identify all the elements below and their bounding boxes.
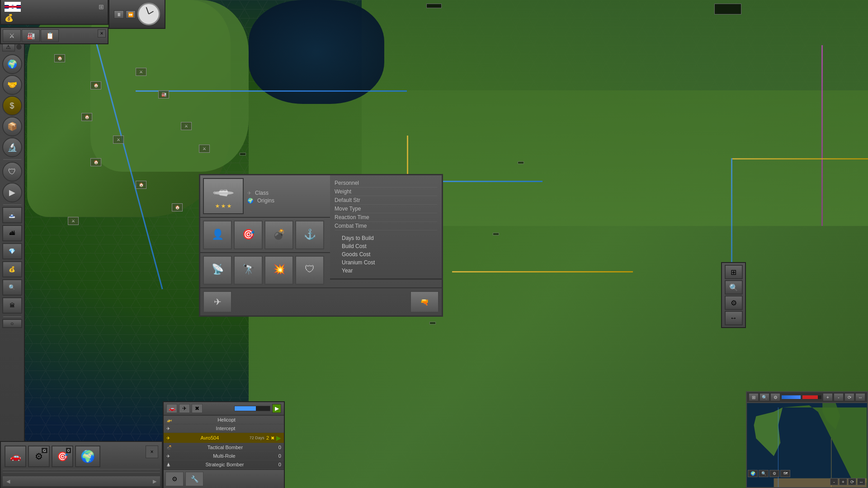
minimap-btn-7[interactable]: ↔ — [855, 393, 865, 401]
zoom-fit[interactable]: ↔ — [857, 478, 865, 485]
prod-tank-icon[interactable]: 🚗 — [5, 446, 26, 467]
minimap[interactable]: - + ⟳ ↔ 🌍 🔍 ⚙ 🗺 — [746, 402, 868, 488]
prod-list-avro504[interactable]: ✈ Avro504 72 Days 2 ✖ ▶ — [164, 433, 284, 443]
prod-list-tactical[interactable]: 💣 Tactical Bomber 0 — [164, 443, 284, 452]
ability-extra-2[interactable]: 🔫 — [410, 291, 439, 313]
year-label: Year — [342, 267, 353, 274]
ability-personnel[interactable]: 👤 — [203, 221, 232, 249]
diplomacy-button[interactable]: 🤝 — [2, 75, 22, 95]
army-btn-3[interactable]: ⚙ — [725, 296, 743, 310]
close-icon[interactable]: × — [98, 29, 106, 38]
resource-button[interactable]: 💎 — [2, 243, 22, 259]
footer-icon-1[interactable]: ⚙ — [165, 472, 184, 486]
zoom-minus[interactable]: - — [830, 478, 838, 485]
interceptor-name: Intercept — [216, 426, 236, 431]
stat-uranium-cost: Uranium Cost — [335, 258, 437, 267]
minimap-red-bar — [802, 395, 822, 399]
ability-armor[interactable]: 🛡 — [295, 256, 324, 285]
prod-close-button[interactable]: × — [146, 446, 158, 458]
research-button[interactable]: 🔬 — [2, 137, 22, 157]
terrain-button[interactable]: 🗻 — [2, 207, 22, 223]
prod-cross-small[interactable]: ✖ — [192, 404, 203, 413]
ability-bomb[interactable]: 💣 — [264, 221, 293, 249]
move-type-label: Move Type — [335, 206, 361, 212]
minimap-btn-2[interactable]: 🔍 — [760, 393, 769, 401]
prod-list-multirole[interactable]: ✈ Multi-Role 0 — [164, 452, 284, 460]
ability-vision[interactable]: 🔭 — [234, 256, 263, 285]
ability-extra-1[interactable]: ✈ — [203, 291, 232, 313]
minimap-icon-3[interactable]: ⚙ — [769, 470, 779, 477]
fast-forward-button[interactable]: ⏩ — [126, 10, 136, 19]
city-label-birmingham — [240, 153, 246, 155]
strike-icon: 💥 — [273, 263, 285, 275]
nation-flag — [5, 2, 21, 12]
minimap-blue-bar — [781, 395, 801, 399]
units-icon[interactable]: ⚔ — [3, 29, 21, 42]
map-unit[interactable]: 🏠 — [90, 81, 101, 89]
nation-settings[interactable]: ⊞ — [99, 3, 104, 10]
minimap-btn-3[interactable]: ⚙ — [770, 393, 780, 401]
map-unit[interactable]: 🏠 — [90, 158, 101, 166]
economy-button[interactable]: $ — [2, 96, 22, 116]
intel-button[interactable]: 🔍 — [2, 279, 22, 296]
stat-combat-time: Combat Time — [335, 222, 437, 230]
show-all-button[interactable]: ◀ ▶ — [3, 476, 160, 486]
minimap-controls: ⊞ 🔍 ⚙ + - ⟳ ↔ — [746, 391, 868, 402]
prod-play-button[interactable]: ▶ — [272, 404, 281, 413]
minimap-icon-2[interactable]: 🔍 — [759, 470, 769, 477]
ability-range[interactable]: 📡 — [203, 256, 232, 285]
collapse-button[interactable]: ○ — [2, 319, 22, 328]
prod-tank-small[interactable]: 🚗 — [166, 404, 177, 413]
production-button[interactable]: 📦 — [2, 117, 22, 136]
map-unit[interactable]: ⚔ — [181, 122, 192, 130]
goods-cost-label: Goods Cost — [342, 251, 370, 258]
prod-plane-small[interactable]: ✈ — [179, 404, 190, 413]
ability-attack[interactable]: 🎯 — [234, 221, 263, 249]
prod-icon-2[interactable]: G ⚙ — [28, 446, 50, 467]
map-unit[interactable]: 🏠 — [81, 113, 92, 121]
map-unit[interactable]: ⚔ — [136, 68, 146, 76]
army-btn-2[interactable]: 🔍 — [725, 280, 743, 295]
map-unit[interactable]: 🏭 — [158, 90, 169, 99]
map-unit[interactable]: ⚔ — [68, 217, 79, 225]
orders-icon[interactable]: 📋 — [41, 29, 59, 42]
sidebar-divider — [3, 159, 21, 160]
multirole-name: Multi-Role — [213, 453, 236, 459]
pause-button[interactable]: ⏸ — [114, 10, 124, 19]
politics-button[interactable]: 🏛 — [2, 297, 22, 314]
zoom-plus[interactable]: + — [839, 478, 847, 485]
map-unit[interactable]: 🏠 — [54, 54, 65, 62]
industry-icon[interactable]: 🏭 — [22, 29, 40, 42]
minimap-btn-1[interactable]: ⊞ — [749, 393, 759, 401]
play-button[interactable]: ▶ — [2, 183, 22, 202]
minimap-btn-6[interactable]: ⟳ — [844, 393, 854, 401]
prod-list-helicopter[interactable]: 🚁 Helicopt — [164, 416, 284, 424]
minimap-btn-5[interactable]: - — [834, 393, 844, 401]
city-button[interactable]: 🏙 — [2, 225, 22, 241]
minimap-icon-4[interactable]: 🗺 — [780, 470, 790, 477]
prod-globe-icon[interactable]: 🌍 — [75, 446, 100, 467]
map-unit[interactable]: ⚔ — [113, 136, 124, 144]
left-sidebar: ⚠ 🌍 🤝 $ 📦 🔬 🛡 ▶ 🗻 🏙 💎 💰 🔍 🏛 ○ — [0, 41, 25, 488]
minimap-icon-1[interactable]: 🌍 — [748, 470, 758, 477]
army-btn-4[interactable]: ↔ — [725, 311, 743, 325]
zoom-reset[interactable]: ⟳ — [848, 478, 856, 485]
money-panel: 💰 — [5, 14, 104, 22]
bottom-left-panel: 🚗 G ⚙ 0 🎯 🌍 × ◀ ▶ — [0, 441, 163, 488]
prod-list-interceptor[interactable]: ✈ Intercept — [164, 424, 284, 433]
minimap-btn-4[interactable]: + — [823, 393, 833, 401]
military-button[interactable]: 🛡 — [2, 162, 22, 182]
ability-naval[interactable]: ⚓ — [295, 221, 324, 249]
globe-button[interactable]: 🌍 — [2, 54, 22, 74]
ability-strike[interactable]: 💥 — [264, 256, 293, 285]
map-unit[interactable]: 🏠 — [136, 181, 146, 189]
prod-icon-3[interactable]: 0 🎯 — [52, 446, 73, 467]
trade-button[interactable]: 💰 — [2, 261, 22, 277]
footer-icon-2[interactable]: 🔧 — [185, 472, 203, 486]
map-unit[interactable]: ⚔ — [199, 145, 210, 153]
map-unit[interactable]: 🏠 — [172, 203, 183, 211]
army-btn-1[interactable]: ⊞ — [725, 265, 743, 279]
right-stats-panel: Personnel Weight Default Str Move Type R… — [330, 174, 443, 280]
nation-panel: ⊞ 💰 — [0, 0, 108, 25]
prod-list-strategic[interactable]: 🛦 Strategic Bomber 0 — [164, 460, 284, 469]
